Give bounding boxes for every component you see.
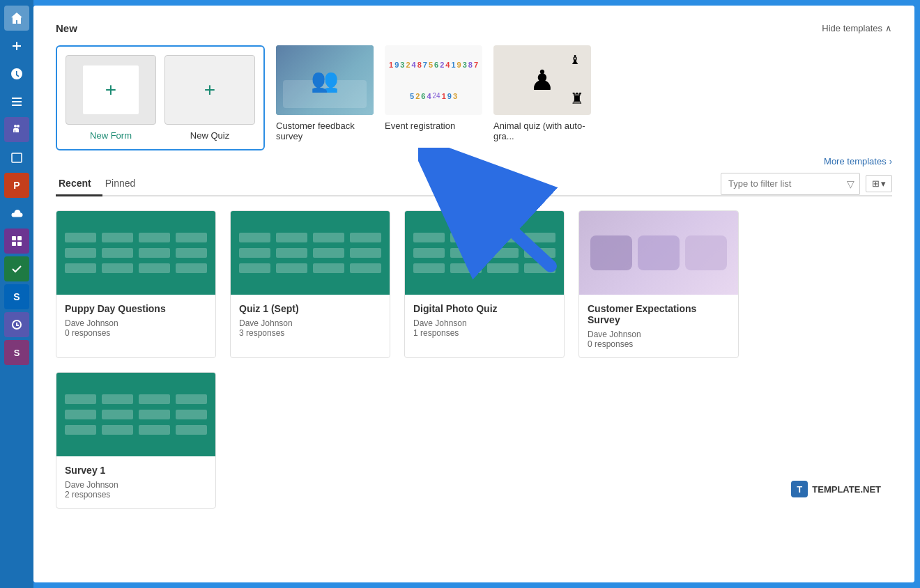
thumb-pattern <box>56 224 215 281</box>
templates-row: + New Form + New Quiz <box>56 45 892 150</box>
form-card-3[interactable]: Customer Expectations Survey Dave Johnso… <box>578 210 739 358</box>
sidebar-icon-calendar[interactable] <box>4 145 29 170</box>
form-thumb-2 <box>405 211 564 295</box>
template-card-event[interactable]: 1932 4875 6241 9387 5264 24193 Event reg… <box>385 45 482 131</box>
sidebar-icon-add[interactable] <box>4 33 29 59</box>
sidebar-icon-grid[interactable] <box>4 229 29 254</box>
sidebar-icon-teams[interactable] <box>4 117 29 142</box>
template-label: TEMPLATE.NET <box>812 484 881 495</box>
sidebar-icon-stream[interactable]: S <box>4 340 29 365</box>
animal-thumb: ♟ ♜ ♝ <box>493 45 591 115</box>
form-responses-1: 3 responses <box>239 328 381 338</box>
svg-rect-4 <box>12 236 16 240</box>
hide-templates-button[interactable]: Hide templates ∧ <box>822 23 892 33</box>
chevron-right-icon: › <box>889 156 892 167</box>
tabs-right: ▽ ⊞ ▾ <box>721 173 892 195</box>
chevron-up-icon: ∧ <box>885 23 892 33</box>
grid-icon: ⊞ <box>872 178 880 189</box>
plus-icon-quiz: + <box>204 79 215 101</box>
form-thumb-3 <box>579 211 738 295</box>
more-templates-label: More templates <box>824 156 887 167</box>
feedback-label: Customer feedback survey <box>276 121 374 141</box>
view-toggle-button[interactable]: ⊞ ▾ <box>866 175 892 192</box>
form-title-4: Survey 1 <box>65 465 207 476</box>
form-responses-0: 0 responses <box>65 328 207 338</box>
main-content: New Hide templates ∧ + <box>33 6 914 582</box>
sidebar-icon-teams2[interactable] <box>4 312 29 337</box>
form-responses-4: 2 responses <box>65 490 207 500</box>
template-badge: T TEMPLATE.NET <box>791 481 881 497</box>
feedback-thumb: 👥 <box>276 45 374 115</box>
new-card-wrapper: + New Form + New Quiz <box>56 45 265 150</box>
form-card-info-0: Puppy Day Questions Dave Johnson 0 respo… <box>56 295 215 346</box>
template-t-icon: T <box>791 481 808 497</box>
new-form-inner: + <box>83 65 139 114</box>
form-card-info-1: Quiz 1 (Sept) Dave Johnson 3 responses <box>231 295 390 346</box>
new-form-card[interactable]: + New Form <box>66 55 156 141</box>
form-thumb-1 <box>231 211 390 295</box>
form-author-4: Dave Johnson <box>65 480 207 490</box>
event-label: Event registration <box>385 121 482 131</box>
thumb-pattern-1 <box>231 224 390 281</box>
animal-label: Animal quiz (with auto-gra... <box>493 121 591 141</box>
hide-templates-label: Hide templates <box>822 23 882 33</box>
form-responses-3: 0 responses <box>588 339 730 349</box>
form-author-2: Dave Johnson <box>413 318 555 328</box>
form-card-info-4: Survey 1 Dave Johnson 2 responses <box>56 456 215 508</box>
template-card-feedback[interactable]: 👥 Customer feedback survey <box>276 45 374 141</box>
new-quiz-card[interactable]: + New Quiz <box>164 55 255 141</box>
form-thumb-4 <box>56 373 215 456</box>
new-form-label: New Form <box>90 130 132 141</box>
filter-input[interactable] <box>721 173 860 195</box>
form-title-3: Customer Expectations Survey <box>588 303 730 325</box>
new-form-thumb: + <box>66 55 156 125</box>
form-card-4[interactable]: Survey 1 Dave Johnson 2 responses <box>56 372 216 509</box>
svg-rect-6 <box>12 242 16 246</box>
sidebar-icon-list[interactable] <box>4 89 29 114</box>
sidebar-icon-home[interactable] <box>4 6 29 31</box>
form-card-1[interactable]: Quiz 1 (Sept) Dave Johnson 3 responses <box>230 210 390 358</box>
form-author-1: Dave Johnson <box>239 318 381 328</box>
sidebar-icon-check[interactable] <box>4 256 29 281</box>
thumb-pattern-4 <box>56 386 215 443</box>
form-title-0: Puppy Day Questions <box>65 303 207 314</box>
chevron-down-icon: ▾ <box>881 178 886 189</box>
tab-recent[interactable]: Recent <box>56 172 102 196</box>
form-responses-2: 1 responses <box>413 328 555 338</box>
event-thumb: 1932 4875 6241 9387 5264 24193 <box>385 45 482 115</box>
form-thumb-0 <box>56 211 215 295</box>
tabs-row: Recent Pinned ▽ ⊞ ▾ <box>56 172 892 196</box>
form-title-2: Digital Photo Quiz <box>413 303 555 314</box>
form-card-info-2: Digital Photo Quiz Dave Johnson 1 respon… <box>405 295 564 346</box>
sidebar-icon-powerpoint[interactable]: P <box>4 173 29 198</box>
tabs-left: Recent Pinned <box>56 172 146 195</box>
forms-grid: Puppy Day Questions Dave Johnson 0 respo… <box>56 210 892 509</box>
templates-header: New Hide templates ∧ <box>56 22 892 34</box>
new-quiz-label: New Quiz <box>190 130 229 141</box>
sidebar: P S S <box>0 0 33 588</box>
svg-rect-1 <box>12 101 22 102</box>
form-author-3: Dave Johnson <box>588 330 730 339</box>
content-area: New Hide templates ∧ + <box>33 6 914 582</box>
form-title-1: Quiz 1 (Sept) <box>239 303 381 314</box>
svg-rect-0 <box>12 98 22 99</box>
filter-icon: ▽ <box>847 178 854 189</box>
sidebar-icon-recent[interactable] <box>4 61 29 86</box>
form-card-info-3: Customer Expectations Survey Dave Johnso… <box>579 295 738 357</box>
sidebar-icon-cloud[interactable] <box>4 201 29 226</box>
form-author-0: Dave Johnson <box>65 318 207 328</box>
svg-rect-2 <box>12 105 22 106</box>
filter-input-wrapper: ▽ <box>721 173 860 195</box>
svg-rect-5 <box>17 236 22 240</box>
thumb-pattern-2 <box>405 224 564 281</box>
form-card-2[interactable]: Digital Photo Quiz Dave Johnson 1 respon… <box>404 210 565 358</box>
tab-pinned[interactable]: Pinned <box>102 172 147 196</box>
new-quiz-thumb: + <box>164 55 255 125</box>
form-card-0[interactable]: Puppy Day Questions Dave Johnson 0 respo… <box>56 210 216 358</box>
new-section-label: New <box>56 22 77 34</box>
content-wrapper: New Hide templates ∧ + <box>56 22 892 509</box>
svg-rect-7 <box>17 242 22 246</box>
template-card-animal[interactable]: ♟ ♜ ♝ Animal quiz (with auto-gra... <box>493 45 591 141</box>
more-templates-link[interactable]: More templates › <box>56 156 892 167</box>
sidebar-icon-sharepoint[interactable]: S <box>4 284 29 309</box>
